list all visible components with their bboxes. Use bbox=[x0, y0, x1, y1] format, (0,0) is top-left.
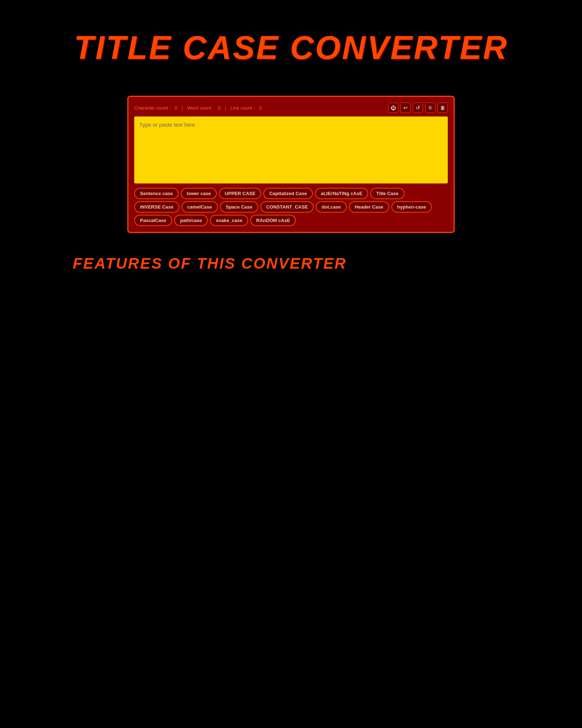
word-label: Word count : bbox=[187, 105, 214, 111]
clear-button[interactable]: 🗑 bbox=[438, 103, 448, 113]
sentence-case-button[interactable]: Sentence case bbox=[134, 188, 179, 199]
features-title: FEATURES OF THIS CONVERTER bbox=[73, 255, 509, 272]
converter-container: Character count : 0 | Word count : 0 | L… bbox=[0, 96, 582, 233]
space-case-button[interactable]: Space Case bbox=[220, 201, 258, 213]
alternating-case-button[interactable]: aLtErNaTiNg cAsE bbox=[315, 188, 368, 199]
constant-case-button[interactable]: CONSTANT_CASE bbox=[260, 201, 314, 213]
copy-button[interactable]: ⎘ bbox=[425, 103, 435, 113]
char-value: 0 bbox=[175, 105, 177, 111]
features-section: FEATURES OF THIS CONVERTER bbox=[0, 255, 582, 272]
lower-case-button[interactable]: lower case bbox=[181, 188, 217, 199]
header-case-button[interactable]: Header Case bbox=[349, 201, 389, 213]
upper-case-button[interactable]: UPPER CASE bbox=[219, 188, 262, 199]
dot-case-button[interactable]: dot.case bbox=[316, 201, 347, 213]
line-value: 0 bbox=[259, 105, 262, 111]
page-wrapper: TITLE CASE CONVERTER Character count : 0… bbox=[0, 0, 582, 305]
camel-case-button[interactable]: camelCase bbox=[182, 201, 218, 213]
line-label: Line count : bbox=[230, 105, 255, 111]
char-label: Character count : bbox=[134, 105, 171, 111]
stats-bar: Character count : 0 | Word count : 0 | L… bbox=[134, 103, 448, 113]
hyphen-case-button[interactable]: hyphen-case bbox=[391, 201, 432, 213]
case-buttons-grid: Sentence caselower caseUPPER CASECapital… bbox=[134, 188, 448, 226]
text-area-wrapper bbox=[134, 116, 448, 183]
page-title: TITLE CASE CONVERTER bbox=[0, 22, 582, 74]
stats-text: Character count : 0 | Word count : 0 | L… bbox=[134, 105, 264, 111]
toolbar-buttons: ⏻ ↩ ↺ ⎘ 🗑 bbox=[388, 103, 448, 113]
power-button[interactable]: ⏻ bbox=[388, 103, 398, 113]
converter-box: Character count : 0 | Word count : 0 | L… bbox=[127, 96, 455, 233]
random-case-button[interactable]: RAnDOM cAsE bbox=[250, 215, 296, 226]
capitalized-case-button[interactable]: Capitalized Case bbox=[263, 188, 312, 199]
title-case-button[interactable]: Title Case bbox=[370, 188, 404, 199]
snake-case-button[interactable]: snake_case bbox=[210, 215, 248, 226]
path-case-button[interactable]: path/case bbox=[174, 215, 208, 226]
word-value: 0 bbox=[218, 105, 220, 111]
undo-button[interactable]: ↩ bbox=[400, 103, 411, 113]
pascal-case-button[interactable]: PascalCase bbox=[134, 215, 172, 226]
inverse-case-button[interactable]: iNVERSE Case bbox=[134, 201, 179, 213]
text-input[interactable] bbox=[134, 116, 448, 182]
redo-button[interactable]: ↺ bbox=[413, 103, 423, 113]
